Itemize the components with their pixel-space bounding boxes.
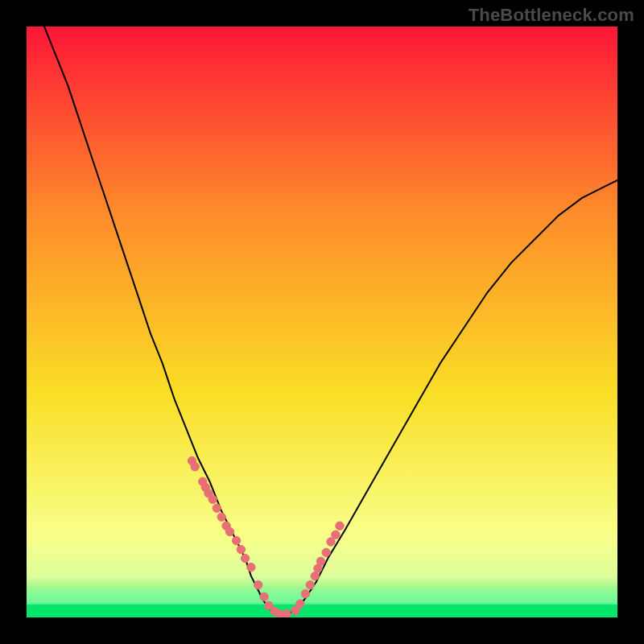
chart-stage: TheBottleneck.com bbox=[0, 0, 644, 644]
highlight-marker bbox=[296, 600, 304, 608]
highlight-marker bbox=[237, 545, 245, 553]
highlight-marker bbox=[332, 530, 340, 539]
green-band bbox=[27, 603, 617, 617]
plot-area bbox=[27, 27, 617, 617]
highlight-marker bbox=[260, 592, 268, 601]
highlight-marker bbox=[247, 563, 255, 571]
highlight-marker bbox=[336, 522, 344, 530]
highlight-marker bbox=[217, 513, 225, 521]
watermark-text: TheBottleneck.com bbox=[469, 5, 634, 26]
highlight-marker bbox=[306, 580, 314, 588]
highlight-marker bbox=[311, 572, 319, 580]
plot-svg bbox=[27, 27, 617, 617]
highlight-marker bbox=[225, 527, 233, 535]
highlight-marker bbox=[208, 495, 217, 503]
highlight-marker bbox=[191, 463, 199, 471]
highlight-marker bbox=[213, 504, 221, 512]
gradient-background bbox=[27, 27, 617, 617]
highlight-marker bbox=[301, 589, 309, 597]
highlight-marker bbox=[241, 554, 249, 562]
highlight-marker bbox=[283, 609, 291, 617]
highlight-marker bbox=[316, 557, 324, 565]
highlight-marker bbox=[232, 536, 240, 544]
light-green-band bbox=[27, 590, 617, 605]
highlight-marker bbox=[254, 580, 262, 588]
highlight-marker bbox=[322, 548, 330, 556]
